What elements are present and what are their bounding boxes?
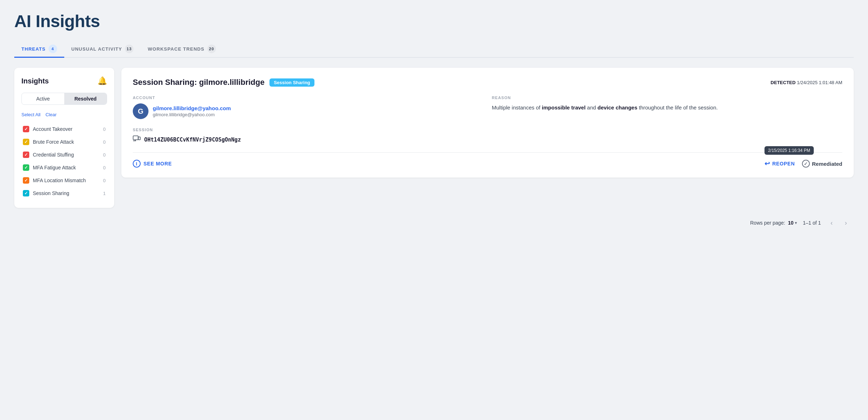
- filter-label-brute-force: Brute Force Attack: [33, 139, 100, 145]
- rows-per-page-value: 10: [788, 220, 794, 226]
- filter-brute-force[interactable]: ✓ Brute Force Attack 0: [21, 136, 107, 148]
- rows-select[interactable]: 10 ▾: [788, 220, 797, 226]
- detail-title: Session Sharing: gilmore.lillibridge: [133, 78, 264, 87]
- reason-text-before: Multiple instances of: [492, 104, 542, 111]
- filter-label-session-sharing: Session Sharing: [33, 190, 100, 196]
- filter-checkbox-credential-stuffing: ✓: [23, 152, 29, 158]
- tab-workspace-label: WORKSPACE TRENDS: [148, 46, 205, 52]
- detected-label: DETECTED 1/24/2025 1:01:48 AM: [771, 80, 842, 85]
- reason-text-mid: and: [586, 104, 597, 111]
- filter-count-mfa-location: 0: [103, 178, 106, 183]
- filter-label-mfa-location: MFA Location Mismatch: [33, 178, 100, 183]
- tab-unusual-activity[interactable]: UNUSUAL ACTIVITY 13: [64, 41, 141, 58]
- prev-page-button[interactable]: ‹: [827, 218, 837, 228]
- reason-section: REASON Multiple instances of impossible …: [492, 96, 842, 119]
- account-row: G gilmore.lillibridge@yahoo.com gilmore.…: [133, 103, 483, 119]
- clear-link[interactable]: Clear: [45, 112, 56, 117]
- account-email-primary[interactable]: gilmore.lillibridge@yahoo.com: [153, 105, 231, 111]
- session-row: OHt14ZU06BCCvKfNVrjZ9COSgOnNgz: [133, 135, 842, 144]
- filter-count-session-sharing: 1: [103, 191, 106, 196]
- main-content: Insights 🔔 Active Resolved Select All Cl…: [14, 68, 854, 208]
- tooltip-date: 2/15/2025 1:16:34 PM: [764, 146, 814, 155]
- account-avatar: G: [133, 103, 148, 119]
- remediated-label: Remediated: [812, 161, 842, 167]
- info-icon: i: [133, 160, 141, 168]
- filter-checkbox-mfa-location: ✓: [23, 177, 29, 184]
- filter-count-brute-force: 0: [103, 139, 106, 145]
- detail-header: Session Sharing: gilmore.lillibridge Ses…: [133, 78, 842, 87]
- detail-grid: ACCOUNT G gilmore.lillibridge@yahoo.com …: [133, 96, 842, 119]
- filter-links: Select All Clear: [21, 112, 107, 117]
- account-label: ACCOUNT: [133, 96, 483, 100]
- divider: [133, 152, 842, 153]
- session-section: SESSION OHt14ZU06BCCvKfNVrjZ9COSgOnNgz: [133, 128, 842, 144]
- filter-label-account-takeover: Account Takeover: [33, 126, 100, 132]
- reason-bold1: impossible travel: [542, 104, 586, 111]
- rows-per-page-label: Rows per page:: [750, 220, 785, 226]
- rows-per-page: Rows per page: 10 ▾: [750, 220, 797, 226]
- filter-checkbox-mfa-fatigue: ✓: [23, 164, 29, 171]
- see-more-button[interactable]: i SEE MORE: [133, 160, 172, 168]
- tab-unusual-label: UNUSUAL ACTIVITY: [71, 46, 122, 52]
- tabs-bar: THREATS 4 UNUSUAL ACTIVITY 13 WORKSPACE …: [14, 41, 854, 58]
- filter-account-takeover[interactable]: ✓ Account Takeover 0: [21, 123, 107, 135]
- detail-title-row: Session Sharing: gilmore.lillibridge Ses…: [133, 78, 314, 87]
- device-icon: [133, 135, 141, 144]
- filter-label-mfa-fatigue: MFA Fatigue Attack: [33, 165, 100, 170]
- remediated-badge: ✓ Remediated: [802, 160, 842, 168]
- active-toggle[interactable]: Active: [22, 93, 64, 104]
- detected-keyword: DETECTED: [771, 80, 796, 85]
- see-more-label: SEE MORE: [143, 161, 172, 167]
- filter-count-mfa-fatigue: 0: [103, 165, 106, 170]
- page-info: 1–1 of 1: [803, 220, 821, 226]
- filter-label-credential-stuffing: Credential Stuffing: [33, 152, 100, 158]
- detail-panel: Session Sharing: gilmore.lillibridge Ses…: [121, 68, 854, 178]
- tab-workspace-trends[interactable]: WORKSPACE TRENDS 20: [141, 41, 223, 58]
- sidebar-header: Insights 🔔: [21, 76, 107, 86]
- footer-right: 2/15/2025 1:16:34 PM ↩ REOPEN ✓ Remediat…: [764, 160, 842, 168]
- account-email-secondary: gilmore.lillibridge@yahoo.com: [153, 112, 231, 117]
- filter-list: ✓ Account Takeover 0 ✓ Brute Force Attac…: [21, 123, 107, 199]
- resolved-toggle[interactable]: Resolved: [64, 93, 107, 104]
- sidebar-title: Insights: [21, 77, 49, 85]
- reopen-icon: ↩: [764, 160, 770, 168]
- chevron-down-icon: ▾: [795, 221, 797, 225]
- session-id: OHt14ZU06BCCvKfNVrjZ9COSgOnNgz: [144, 137, 241, 143]
- filter-checkbox-account-takeover: ✓: [23, 126, 29, 132]
- session-sharing-badge: Session Sharing: [269, 78, 314, 87]
- tab-workspace-badge: 20: [207, 45, 216, 53]
- reason-text: Multiple instances of impossible travel …: [492, 103, 842, 112]
- reason-label: REASON: [492, 96, 842, 100]
- sidebar: Insights 🔔 Active Resolved Select All Cl…: [14, 68, 114, 208]
- filter-checkbox-brute-force: ✓: [23, 139, 29, 145]
- bell-icon[interactable]: 🔔: [97, 76, 107, 86]
- filter-checkbox-session-sharing: ✓: [23, 190, 29, 196]
- filter-mfa-fatigue[interactable]: ✓ MFA Fatigue Attack 0: [21, 162, 107, 174]
- page-title: AI Insights: [14, 11, 854, 31]
- filter-credential-stuffing[interactable]: ✓ Credential Stuffing 0: [21, 149, 107, 161]
- tab-threats-badge: 4: [49, 45, 57, 53]
- account-info: gilmore.lillibridge@yahoo.com gilmore.li…: [153, 105, 231, 117]
- svg-rect-0: [133, 136, 138, 140]
- account-section: ACCOUNT G gilmore.lillibridge@yahoo.com …: [133, 96, 483, 119]
- filter-session-sharing[interactable]: ✓ Session Sharing 1: [21, 187, 107, 199]
- tab-threats-label: THREATS: [21, 46, 46, 52]
- check-circle-icon: ✓: [802, 160, 810, 168]
- detected-date: 1/24/2025 1:01:48 AM: [797, 80, 842, 85]
- detail-footer: i SEE MORE 2/15/2025 1:16:34 PM ↩ REOPEN…: [133, 160, 842, 168]
- session-label: SESSION: [133, 128, 842, 132]
- select-all-link[interactable]: Select All: [21, 112, 40, 117]
- reopen-label: REOPEN: [772, 161, 795, 167]
- filter-count-credential-stuffing: 0: [103, 152, 106, 158]
- reopen-button[interactable]: ↩ REOPEN: [764, 160, 795, 168]
- next-page-button[interactable]: ›: [841, 218, 851, 228]
- filter-mfa-location[interactable]: ✓ MFA Location Mismatch 0: [21, 174, 107, 186]
- filter-count-account-takeover: 0: [103, 127, 106, 132]
- tab-unusual-badge: 13: [125, 45, 133, 53]
- tab-threats[interactable]: THREATS 4: [14, 41, 64, 58]
- reason-bold2: device changes: [597, 104, 637, 111]
- toggle-buttons: Active Resolved: [21, 93, 107, 105]
- reason-text-after: throughout the life of the session.: [637, 104, 718, 111]
- svg-rect-1: [138, 137, 141, 140]
- pagination-bar: Rows per page: 10 ▾ 1–1 of 1 ‹ ›: [14, 218, 854, 228]
